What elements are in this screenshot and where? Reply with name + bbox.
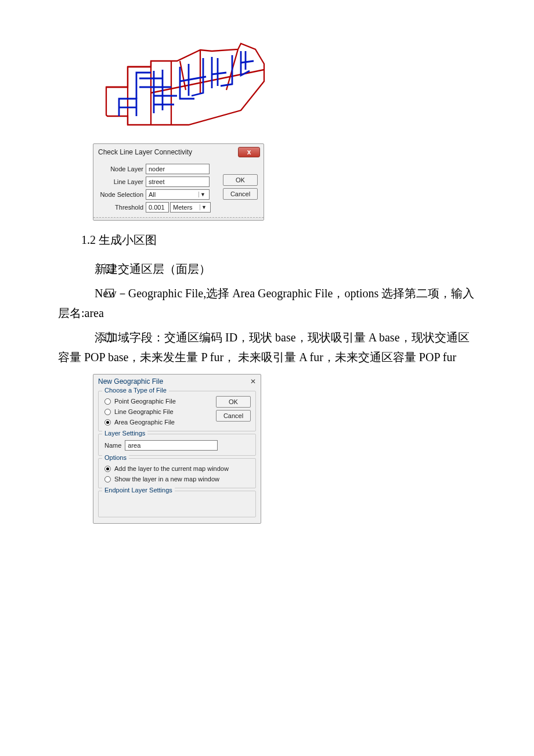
chevron-down-icon: ▼ <box>199 192 207 197</box>
close-button[interactable]: x <box>238 147 260 157</box>
threshold-unit-value: Meters <box>173 204 193 211</box>
line-layer-field[interactable]: street <box>146 177 210 187</box>
paragraph-text: 添加域字段：交通区编码 ID，现状 base，现状吸引量 A base，现状交通… <box>58 331 470 363</box>
dialog-title: Check Line Layer Connectivity <box>98 148 192 156</box>
node-layer-field[interactable]: noder <box>146 164 210 174</box>
dialog-title: New Geographic File <box>98 377 163 386</box>
bullet-icon: ☐ <box>81 327 92 347</box>
radio-label: Line Geographic File <box>114 408 174 415</box>
paragraph-line-4: ☐ 添加域字段：交通区编码 ID，现状 base，现状吸引量 A base，现状… <box>58 327 476 367</box>
radio-label: Point Geographic File <box>114 398 176 405</box>
group-legend: Endpoint Layer Settings <box>102 487 175 494</box>
layer-name-field[interactable]: area <box>125 440 218 451</box>
group-legend: Layer Settings <box>102 430 147 437</box>
line-layer-label: Line Layer <box>98 178 146 185</box>
group-legend: Choose a Type of File <box>102 387 169 394</box>
close-icon: x <box>247 148 251 156</box>
radio-label: Add the layer to the current map window <box>114 465 229 472</box>
bullet-icon: ☐ <box>81 283 92 303</box>
endpoint-layer-settings-group: Endpoint Layer Settings <box>98 491 256 517</box>
layer-settings-group: Layer Settings Name area <box>98 434 256 456</box>
chevron-down-icon: ▼ <box>200 204 208 210</box>
dialog-titlebar: Check Line Layer Connectivity x <box>93 144 264 160</box>
node-selection-dropdown[interactable]: All ▼ <box>146 189 210 200</box>
group-legend: Options <box>102 454 129 461</box>
radio-label: Show the layer in a new map window <box>114 476 219 483</box>
threshold-label: Threshold <box>98 204 146 211</box>
ok-button[interactable]: OK <box>216 396 251 408</box>
radio-label: Area Geographic File <box>114 419 175 426</box>
paragraph-line-2: ☐ 新建交通区层（面层） <box>58 259 476 279</box>
cancel-button[interactable]: Cancel <box>223 188 258 200</box>
node-selection-label: Node Selection <box>98 191 146 198</box>
file-type-group: Choose a Type of File Point Geographic F… <box>98 391 256 431</box>
bullet-icon: ☐ <box>81 259 92 279</box>
threshold-unit-dropdown[interactable]: Meters ▼ <box>170 202 211 213</box>
radio-icon <box>104 466 111 472</box>
paragraph-line-3: ☐ New－Geographic File,选择 Area Geographic… <box>58 283 476 323</box>
options-group: Options Add the layer to the current map… <box>98 458 256 488</box>
radio-icon <box>104 476 111 483</box>
check-connectivity-dialog: Check Line Layer Connectivity x Node Lay… <box>93 143 264 221</box>
threshold-value-field[interactable]: 0.001 <box>146 202 169 213</box>
radio-new-window[interactable]: Show the layer in a new map window <box>103 474 251 484</box>
cancel-button[interactable]: Cancel <box>216 410 251 422</box>
network-map-figure <box>58 35 476 143</box>
radio-icon <box>104 419 111 426</box>
paragraph-text: 新建交通区层（面层） <box>92 262 211 275</box>
section-heading: 1.2 生成小区图 <box>58 230 476 250</box>
name-label: Name <box>104 442 121 449</box>
node-layer-label: Node Layer <box>98 165 146 172</box>
radio-icon <box>104 409 111 415</box>
dialog-resize-grip <box>93 217 264 220</box>
new-geographic-file-dialog: New Geographic File ✕ Choose a Type of F… <box>93 374 261 524</box>
radio-add-current-window[interactable]: Add the layer to the current map window <box>103 463 251 474</box>
radio-icon <box>104 398 111 405</box>
close-icon[interactable]: ✕ <box>250 377 256 386</box>
ok-button[interactable]: OK <box>223 174 258 186</box>
paragraph-text: New－Geographic File,选择 Area Geographic F… <box>58 287 474 319</box>
node-selection-value: All <box>149 191 156 198</box>
